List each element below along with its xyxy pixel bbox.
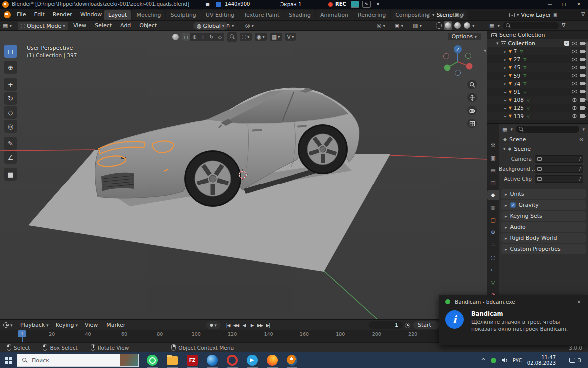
object-name[interactable]: 125 (514, 105, 524, 111)
rear-wheel[interactable] (298, 124, 348, 174)
zoom-icon[interactable] (467, 80, 477, 89)
start-button[interactable] (0, 352, 17, 368)
section-checkbox[interactable]: ✓ (510, 202, 516, 208)
dropdown-icon[interactable]: ▾ (510, 127, 513, 132)
options-dropdown[interactable]: Options ▾ (448, 33, 481, 40)
show-gizmo-toggle[interactable]: ◎ ▾ (377, 21, 385, 30)
close-icon[interactable]: ✕ (461, 12, 465, 17)
blender-logo-icon[interactable] (4, 11, 11, 18)
outliner-object-row[interactable]: ► ▼ 27 ▽ (487, 55, 588, 63)
blender-taskbar-icon[interactable] (282, 352, 302, 368)
timeline-menu-item[interactable]: View (81, 322, 103, 328)
play-button[interactable]: ▶ (248, 321, 256, 329)
workspace-tab[interactable]: UV Editing (201, 10, 239, 20)
annotate-tool[interactable]: ✎ (4, 137, 17, 150)
timeline-menu-item[interactable]: Keying ▾ (52, 322, 81, 328)
workspace-tab[interactable]: Layout (104, 10, 131, 20)
tray-expand-icon[interactable]: ^ (481, 357, 485, 364)
object-name[interactable]: 74 (514, 81, 520, 87)
outliner-object-row[interactable]: ► ▼ 74 ▽ (487, 80, 588, 88)
camera-render-icon[interactable] (580, 74, 585, 77)
scene-expand-row[interactable]: ▾ ◆ Scene (499, 144, 588, 154)
copy-icon[interactable]: ▣ (455, 12, 459, 17)
menu-item[interactable]: Render (49, 9, 76, 20)
taskbar-search-input[interactable]: Поиск (17, 354, 139, 367)
viewport-menu-item[interactable]: Object (136, 21, 160, 30)
outliner-object-row[interactable]: ► ▼ 59 ▽ (487, 72, 588, 80)
field-input[interactable]: ∕ (535, 155, 583, 163)
tab-data[interactable]: ▽ (487, 278, 499, 287)
scene-name[interactable]: Scene (437, 12, 453, 18)
property-section-header[interactable]: ▸ Keying Sets (501, 211, 586, 221)
cursor-tool[interactable]: ⊕ (4, 61, 17, 74)
language-indicator[interactable]: РУС (513, 358, 522, 363)
editor-type-button[interactable]: ▦ ▾ (3, 21, 12, 30)
outliner-editor-icon[interactable]: ▦ (489, 22, 494, 29)
camera-render-icon[interactable] (580, 42, 585, 45)
property-section-header[interactable]: ▸ Custom Properties (501, 244, 586, 254)
scale-toggle[interactable]: ◇ (216, 33, 224, 41)
camera-render-icon[interactable] (580, 106, 585, 110)
current-frame-field[interactable]: 1 (369, 321, 403, 329)
eyedropper-icon[interactable]: ∕ (579, 176, 581, 181)
expand-icon[interactable]: ► (504, 90, 507, 94)
close-icon[interactable]: ✕ (577, 299, 581, 305)
timeline-menu-item[interactable]: Marker (103, 322, 130, 328)
view-layer-name[interactable]: View Layer (521, 12, 551, 18)
camera-render-icon[interactable] (580, 114, 585, 118)
editor-type-icon[interactable]: ▦ (502, 126, 507, 133)
expand-icon[interactable]: ▸ (505, 192, 507, 197)
browser-icon[interactable] (202, 352, 222, 368)
workspace-tab[interactable]: Sculpting (166, 10, 200, 20)
bandicam-close-button[interactable]: ✕ (374, 1, 382, 8)
transform-tool[interactable]: ◎ (4, 120, 17, 133)
object-name[interactable]: 59 (514, 73, 520, 79)
tab-output[interactable]: ▤ (487, 166, 499, 175)
field-input[interactable]: ∕ (535, 175, 583, 183)
collection-row[interactable]: ▾ Collection ✓ (487, 39, 588, 47)
view-layer-selector[interactable]: ▾ View Layer ▣ (509, 11, 557, 19)
capture-area-button[interactable] (351, 1, 359, 8)
scene-collection-row[interactable]: Scene Collection (487, 31, 588, 39)
camera-render-icon[interactable] (580, 90, 585, 93)
eye-icon[interactable] (572, 74, 577, 77)
ortho-toggle-icon[interactable] (467, 119, 477, 128)
camera-render-icon[interactable] (580, 82, 585, 85)
next-keyframe-button[interactable]: ▶▶ (256, 321, 264, 329)
move-toggle[interactable]: + (199, 33, 207, 41)
select-box-tool[interactable]: ◻ (4, 45, 17, 58)
eye-icon[interactable] (572, 90, 577, 93)
outliner-scrollbar[interactable] (586, 42, 588, 101)
eye-icon[interactable] (572, 50, 577, 53)
expand-icon[interactable]: ► (504, 114, 507, 118)
outliner-object-row[interactable]: ► ▼ 125 ▽ (487, 104, 588, 112)
dropdown-icon[interactable]: ▾ (497, 23, 500, 28)
viewport-menu-item[interactable]: View (70, 21, 90, 30)
tab-physics[interactable]: ◌ (487, 253, 499, 262)
eye-icon[interactable] (572, 58, 577, 61)
tab-tool[interactable]: ⚒ (487, 141, 499, 150)
firefox-icon[interactable] (262, 352, 282, 368)
camera-view-icon[interactable] (467, 106, 477, 115)
field-input[interactable]: ∕ (535, 165, 583, 173)
dropdown-icon[interactable]: ▾ (472, 23, 475, 28)
use-preview-range-button[interactable] (405, 322, 410, 328)
outliner-object-row[interactable]: ► ▼ 7 ▽ (487, 47, 588, 55)
scale-tool[interactable]: ◇ (4, 106, 17, 119)
antivirus-tray-icon[interactable] (491, 358, 496, 363)
shading-rendered-button[interactable] (463, 21, 471, 30)
shading-solid-button[interactable] (444, 21, 452, 30)
viewport-search-button[interactable] (227, 32, 237, 42)
navigation-gizmo[interactable]: Z (440, 43, 477, 78)
tab-modifiers[interactable]: ⚙ (487, 228, 499, 237)
camera-render-icon[interactable] (580, 66, 585, 69)
select-mode-dropdown[interactable]: ▾ (240, 33, 252, 41)
timeline-editor-button[interactable]: ▾ (3, 320, 13, 330)
bandicam-menu-icon[interactable]: ≡ (205, 1, 210, 8)
collapse-icon[interactable]: ▾ (496, 41, 499, 46)
outliner-object-row[interactable]: ► ▼ 91 ▽ (487, 88, 588, 96)
rotate-tool[interactable]: ↻ (4, 92, 17, 105)
eye-icon[interactable] (572, 98, 577, 102)
expand-icon[interactable]: ► (504, 74, 507, 77)
snap-toggle[interactable]: ∩ ▾ (226, 21, 234, 30)
